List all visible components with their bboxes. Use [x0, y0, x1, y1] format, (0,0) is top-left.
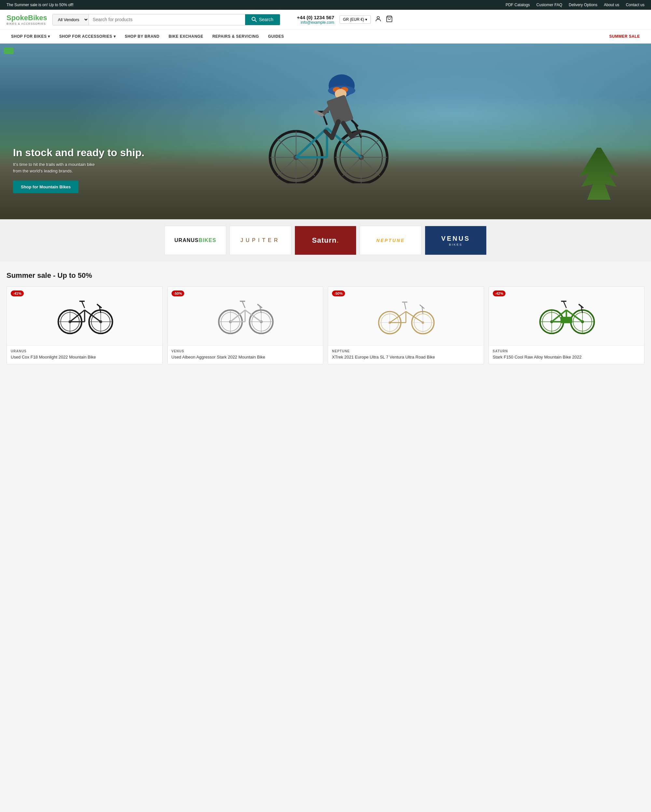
- svg-line-34: [332, 122, 339, 138]
- top-bar: The Summer sale is on! Up to 50% off! PD…: [0, 0, 651, 10]
- contact-us-link[interactable]: Contact us: [626, 3, 645, 7]
- cart-icon: [386, 15, 393, 23]
- chevron-down-icon: ▾: [48, 34, 50, 39]
- header-icons: GR (EUR €) ▾: [339, 15, 393, 24]
- user-icon: [374, 15, 382, 23]
- discount-badge: -42%: [493, 290, 506, 296]
- svg-line-52: [82, 301, 85, 308]
- svg-line-84: [390, 312, 406, 323]
- header: SpokeBikes BIKES & ACCESSORIES All Vendo…: [0, 10, 651, 30]
- nav-shop-bikes[interactable]: SHOP FOR BIKES ▾: [6, 30, 55, 43]
- hero-cyclist-svg: [251, 60, 407, 183]
- nav-bike-exchange[interactable]: BIKE EXCHANGE: [164, 30, 208, 43]
- contact-email: info@example.com: [286, 20, 334, 25]
- contact-phone: +44 (0) 1234 567: [286, 15, 334, 20]
- bike-illustration: [216, 296, 274, 336]
- svg-point-2: [377, 16, 379, 18]
- product-brand: URANUS: [11, 350, 159, 353]
- hero-subtitle: It's time to hit the trails with a mount…: [13, 161, 104, 174]
- logo-tagline: BIKES & ACCESSORIES: [6, 22, 47, 25]
- hero-slide-indicator: [4, 47, 14, 54]
- brands-row: URANUSBIKES JUPITER Saturn. NEPTUNE VENU…: [6, 226, 645, 255]
- product-brand: VENUS: [171, 350, 319, 353]
- nav-summer-sale[interactable]: SUMMER SALE: [605, 30, 645, 43]
- products-grid: -41%: [6, 286, 645, 364]
- brands-section: URANUSBIKES JUPITER Saturn. NEPTUNE VENU…: [0, 219, 651, 261]
- product-card[interactable]: -50%: [167, 286, 324, 364]
- cart-button[interactable]: [386, 15, 393, 24]
- svg-line-49: [85, 310, 101, 322]
- account-button[interactable]: [374, 15, 382, 24]
- sale-title: Summer sale - Up to 50%: [6, 271, 645, 280]
- brand-venus[interactable]: VENUS BIKES: [425, 226, 487, 255]
- nav: SHOP FOR BIKES ▾ SHOP FOR ACCESSORIES ▾ …: [0, 30, 651, 44]
- top-bar-links: PDF Catalogs Customer FAQ Delivery Optio…: [506, 3, 645, 7]
- hero-cta-button[interactable]: Shop for Mountain Bikes: [13, 180, 78, 193]
- brand-neptune[interactable]: NEPTUNE: [360, 226, 422, 255]
- search-input[interactable]: [89, 14, 245, 25]
- product-image: [168, 287, 323, 345]
- nav-shop-accessories[interactable]: SHOP FOR ACCESSORIES ▾: [55, 30, 120, 43]
- brand-saturn[interactable]: Saturn.: [295, 226, 356, 255]
- customer-faq-link[interactable]: Customer FAQ: [536, 3, 562, 7]
- product-name: XTrek 2021 Europe Ultra SL 7 Ventura Ult…: [332, 354, 480, 360]
- nav-guides[interactable]: GUIDES: [264, 30, 289, 43]
- product-name: Used Cox F18 Moonlight 2022 Mountain Bik…: [11, 354, 159, 360]
- product-info: NEPTUNE XTrek 2021 Europe Ultra SL 7 Ven…: [328, 345, 484, 364]
- svg-rect-106: [561, 317, 572, 324]
- about-us-link[interactable]: About us: [604, 3, 619, 7]
- brand-uranus[interactable]: URANUSBIKES: [164, 226, 226, 255]
- product-name: Stark F150 Cool Raw Alloy Mountain Bike …: [493, 354, 640, 360]
- search-bar: All Vendors Search: [52, 14, 280, 25]
- product-card[interactable]: -42%: [489, 286, 645, 364]
- search-icon: [252, 17, 257, 22]
- contact-info: +44 (0) 1234 567 info@example.com: [286, 15, 334, 25]
- sale-section: Summer sale - Up to 50% -41%: [0, 261, 651, 374]
- chevron-down-icon: ▾: [365, 17, 367, 22]
- pdf-catalogs-link[interactable]: PDF Catalogs: [506, 3, 530, 7]
- brand-jupiter[interactable]: JUPITER: [229, 226, 291, 255]
- bike-illustration: [537, 296, 596, 336]
- product-card[interactable]: -50%: [328, 286, 484, 364]
- bike-illustration: [377, 296, 435, 336]
- nav-repairs[interactable]: REPAIRS & SERVICING: [208, 30, 263, 43]
- product-image: [328, 287, 484, 345]
- product-image: [7, 287, 162, 345]
- product-image: [489, 287, 645, 345]
- svg-line-25: [351, 120, 358, 127]
- hero-content: In stock and ready to ship. It's time to…: [13, 147, 145, 193]
- discount-badge: -41%: [11, 290, 24, 296]
- nav-right: SUMMER SALE: [605, 30, 645, 43]
- bike-illustration: [55, 296, 114, 336]
- logo-text: SpokeBikes: [6, 14, 47, 22]
- logo-part2: Bikes: [28, 14, 47, 22]
- product-brand: SATURN: [493, 350, 640, 353]
- svg-line-70: [242, 301, 245, 308]
- svg-line-88: [404, 303, 406, 310]
- product-info: URANUS Used Cox F18 Moonlight 2022 Mount…: [7, 345, 162, 364]
- logo[interactable]: SpokeBikes BIKES & ACCESSORIES: [6, 14, 47, 25]
- discount-badge: -50%: [171, 290, 185, 296]
- product-card[interactable]: -41%: [6, 286, 163, 364]
- promo-text: The Summer sale is on! Up to 50% off!: [6, 3, 73, 7]
- delivery-options-link[interactable]: Delivery Options: [568, 3, 597, 7]
- svg-point-0: [252, 17, 255, 20]
- search-button[interactable]: Search: [245, 14, 280, 25]
- hero-title: In stock and ready to ship.: [13, 147, 145, 159]
- svg-line-1: [255, 20, 257, 22]
- discount-badge: -50%: [332, 290, 345, 296]
- product-info: VENUS Used Albeon Aggressor Stark 2022 M…: [168, 345, 323, 364]
- product-brand: NEPTUNE: [332, 350, 480, 353]
- hero-banner: In stock and ready to ship. It's time to…: [0, 44, 651, 219]
- nav-shop-brand[interactable]: SHOP BY BRAND: [120, 30, 164, 43]
- chevron-down-icon: ▾: [114, 34, 116, 39]
- vendor-select[interactable]: All Vendors: [53, 14, 89, 25]
- currency-button[interactable]: GR (EUR €) ▾: [339, 15, 371, 24]
- svg-line-107: [564, 301, 566, 308]
- logo-part1: Spoke: [6, 14, 28, 22]
- product-info: SATURN Stark F150 Cool Raw Alloy Mountai…: [489, 345, 645, 364]
- svg-line-67: [245, 310, 261, 322]
- nav-left: SHOP FOR BIKES ▾ SHOP FOR ACCESSORIES ▾ …: [6, 30, 605, 43]
- product-name: Used Albeon Aggressor Stark 2022 Mountai…: [171, 354, 319, 360]
